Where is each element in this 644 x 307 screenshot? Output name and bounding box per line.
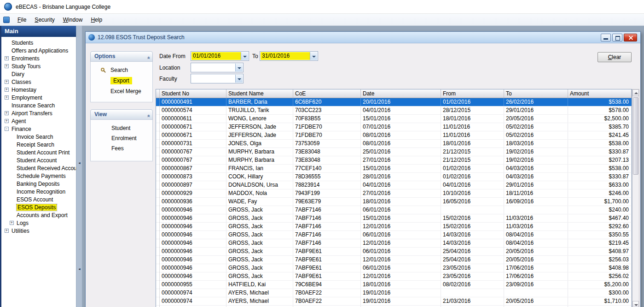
options-panel-header[interactable]: Options bbox=[90, 51, 153, 62]
close-button[interactable] bbox=[624, 34, 637, 41]
table-row[interactable]: 0000000946GROSS, Jack7ABF714615/01/20161… bbox=[156, 214, 632, 223]
column-header-student-no[interactable]: Student No bbox=[160, 89, 226, 98]
collapse-left-icon[interactable] bbox=[78, 267, 81, 271]
menu-security[interactable]: Security bbox=[30, 15, 58, 25]
column-header-student-name[interactable]: Student Name bbox=[226, 89, 293, 98]
expand-plus-icon[interactable]: + bbox=[5, 80, 9, 84]
table-row[interactable]: 0000000946GROSS, Jack7ABF9E6112/01/20162… bbox=[156, 272, 632, 281]
sidebar-item-student-account[interactable]: Student Account bbox=[1, 157, 76, 165]
scrollbar-thumb[interactable] bbox=[633, 97, 638, 175]
view-panel-header[interactable]: View bbox=[90, 109, 153, 120]
sidebar-item-esos-account[interactable]: ESOS Account bbox=[1, 196, 76, 204]
column-header-to[interactable]: To bbox=[504, 89, 568, 98]
sidebar-item-study-tours[interactable]: +Study Tours bbox=[1, 63, 76, 71]
minimize-button[interactable] bbox=[601, 34, 611, 41]
view-student-action[interactable]: Student bbox=[91, 123, 152, 133]
table-row[interactable]: 0000000929MADDOX, Nola7943F19927/01/2016… bbox=[156, 189, 632, 198]
faculty-value[interactable] bbox=[191, 75, 235, 83]
column-header-coe[interactable]: CoE bbox=[293, 89, 361, 98]
table-row[interactable]: 0000000767MURPHY, Barbara73E8304827/01/2… bbox=[156, 156, 632, 165]
sidebar-item-logs[interactable]: +Logs bbox=[1, 219, 76, 227]
sidebar-item-invoice-search[interactable]: Invoice Search bbox=[1, 133, 76, 141]
expand-plus-icon[interactable]: + bbox=[5, 119, 9, 123]
table-row[interactable]: 0000000974AYERS, Michael7B0AEF2219/01/20… bbox=[156, 289, 632, 297]
expand-plus-icon[interactable]: + bbox=[5, 56, 9, 60]
sidebar-item-students[interactable]: Students bbox=[1, 39, 76, 47]
sidebar-item-finance[interactable]: -Finance bbox=[1, 125, 76, 133]
column-header-date[interactable]: Date bbox=[361, 89, 441, 98]
sidebar-item-diary[interactable]: Diary bbox=[1, 71, 76, 78]
window-titlebar[interactable]: 12.098 ESOS Trust Deposit Search bbox=[86, 32, 640, 43]
sidebar-item-offers-and-applications[interactable]: Offers and Applications bbox=[1, 47, 76, 55]
location-combo[interactable] bbox=[191, 63, 244, 72]
location-value[interactable] bbox=[191, 64, 235, 71]
table-row[interactable]: 0000000936WADE, Fay79E63E7918/01/201616/… bbox=[156, 198, 632, 206]
expand-plus-icon[interactable]: + bbox=[5, 64, 9, 68]
table-row[interactable]: 0000000731JONES, Olga7375305908/01/20161… bbox=[156, 140, 632, 148]
table-row[interactable]: 0000000671JEFFERSON, Jade71FDBE7008/01/2… bbox=[156, 131, 632, 140]
table-row[interactable]: 0000000974AYERS, Michael7B0AEF2219/01/20… bbox=[156, 297, 632, 306]
export-action[interactable]: Export bbox=[91, 76, 152, 86]
table-row[interactable]: 0000000671JEFFERSON, Jade71FDBE7007/01/2… bbox=[156, 123, 632, 131]
restore-button[interactable] bbox=[612, 34, 622, 41]
chevron-down-icon[interactable] bbox=[235, 64, 243, 71]
collapse-left-icon[interactable] bbox=[78, 161, 81, 165]
table-row[interactable]: 0000000946GROSS, Jack7ABF714606/01/20161… bbox=[156, 231, 632, 239]
sidebar-item-receipt-search[interactable]: Receipt Search bbox=[1, 141, 76, 149]
table-row[interactable]: 0000000946GROSS, Jack7ABF714606/01/2016$… bbox=[156, 206, 632, 214]
menu-file[interactable]: File bbox=[13, 15, 30, 25]
sidebar-item-agent[interactable]: +Agent bbox=[1, 118, 76, 125]
table-row[interactable]: 0000000946GROSS, Jack7ABF714612/01/20161… bbox=[156, 239, 632, 248]
table-row[interactable]: 0000000611WONG, Lenore70F83B5515/01/2016… bbox=[156, 115, 632, 123]
search-action[interactable]: Search bbox=[91, 65, 152, 76]
expand-plus-icon[interactable]: + bbox=[5, 229, 9, 233]
date-from-value[interactable]: 01/01/2016 bbox=[191, 52, 241, 60]
table-row[interactable]: 0000000946GROSS, Jack7ABF714612/01/20161… bbox=[156, 223, 632, 231]
sidebar-item-airport-transfers[interactable]: +Airport Transfers bbox=[1, 110, 76, 118]
chevron-down-icon[interactable] bbox=[241, 52, 248, 60]
sidebar-item-esos-deposits[interactable]: ESOS Deposits bbox=[1, 204, 76, 212]
chevron-down-icon[interactable] bbox=[310, 52, 317, 60]
menu-window[interactable]: Window bbox=[59, 15, 87, 25]
view-enrolment-action[interactable]: Enrolment bbox=[91, 133, 152, 143]
sidebar-item-accounts-and-export[interactable]: Accounts and Export bbox=[1, 212, 76, 219]
table-row[interactable]: 0000000574TRUJILLO, Tarik703CC22304/01/2… bbox=[156, 106, 632, 115]
collapse-minus-icon[interactable]: - bbox=[5, 127, 9, 131]
table-row[interactable]: 0000000867FRANCIS, Ian77CEF14015/01/2016… bbox=[156, 165, 632, 173]
table-row[interactable]: 0000000767MURPHY, Barbara73E8304825/01/2… bbox=[156, 148, 632, 156]
table-row[interactable]: 0000000873COOK, Hillary78D3655528/01/201… bbox=[156, 173, 632, 181]
excel-merge-action[interactable]: Excel Merge bbox=[91, 86, 152, 97]
column-header-from[interactable]: From bbox=[441, 89, 504, 98]
sidebar-item-insurance-search[interactable]: Insurance Search bbox=[1, 102, 76, 110]
expand-plus-icon[interactable]: + bbox=[5, 88, 9, 92]
chevron-up-icon[interactable] bbox=[147, 53, 150, 63]
menu-help[interactable]: Help bbox=[87, 15, 106, 25]
sidebar-item-student-received-accou[interactable]: Student Received Accou bbox=[1, 165, 76, 172]
sidebar-item-student-account-print[interactable]: Student Account Print bbox=[1, 149, 76, 157]
sidebar-splitter[interactable] bbox=[76, 26, 82, 307]
table-row[interactable]: 0000000946GROSS, Jack7ABF9E6106/01/20162… bbox=[156, 264, 632, 272]
table-row[interactable]: 0000000955HATFIELD, Kai79C6BE9418/01/201… bbox=[156, 281, 632, 289]
clear-button[interactable]: Clear bbox=[598, 52, 632, 62]
chevron-down-icon[interactable] bbox=[235, 75, 243, 83]
grid-vertical-scrollbar[interactable] bbox=[632, 89, 639, 307]
date-to-combo[interactable]: 31/01/2016 bbox=[260, 51, 318, 61]
view-fees-action[interactable]: Fees bbox=[91, 143, 152, 154]
sidebar-item-classes[interactable]: +Classes bbox=[1, 78, 76, 86]
table-row[interactable]: 0000000897DONALDSON, Ursa7882391404/01/2… bbox=[156, 181, 632, 189]
scroll-up-icon[interactable] bbox=[632, 89, 639, 96]
date-to-value[interactable]: 31/01/2016 bbox=[261, 52, 310, 60]
sidebar-item-homestay[interactable]: +Homestay bbox=[1, 86, 76, 94]
sidebar-item-enrolments[interactable]: +Enrolments bbox=[1, 55, 76, 63]
scroll-down-icon[interactable] bbox=[632, 301, 639, 307]
expand-plus-icon[interactable]: + bbox=[5, 111, 9, 115]
table-row[interactable]: 0000000946GROSS, Jack7ABF9E6112/01/20162… bbox=[156, 256, 632, 264]
date-from-combo[interactable]: 01/01/2016 bbox=[191, 51, 249, 61]
expand-plus-icon[interactable]: + bbox=[5, 95, 9, 100]
sidebar-item-schedule-payments[interactable]: Schedule Payments bbox=[1, 172, 76, 180]
faculty-combo[interactable] bbox=[191, 74, 244, 83]
table-row[interactable]: 0000000946GROSS, Jack7ABF9E6106/01/20162… bbox=[156, 248, 632, 256]
sidebar-item-utilities[interactable]: +Utilities bbox=[1, 227, 76, 235]
sidebar-item-income-recognition[interactable]: Income Recognition bbox=[1, 188, 76, 196]
expand-plus-icon[interactable]: + bbox=[10, 221, 14, 225]
